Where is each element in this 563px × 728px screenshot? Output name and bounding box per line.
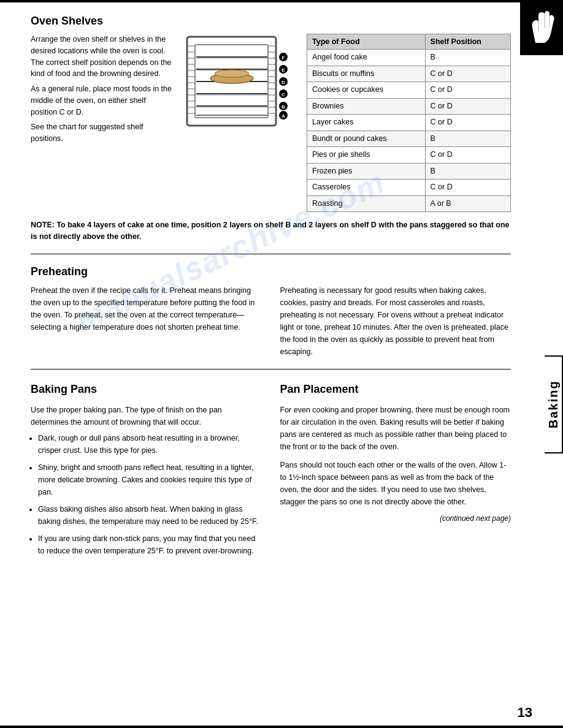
preheating-left: Preheat the oven if the recipe calls for…: [31, 284, 262, 358]
divider-2: [31, 369, 511, 370]
table-cell-food: Bundt or pound cakes: [307, 131, 426, 147]
preheating-title: Preheating: [31, 265, 511, 278]
table-row: Cookies or cupcakesC or D: [307, 82, 511, 99]
table-cell-food: Roasting: [307, 195, 426, 212]
table-cell-position: C or D: [425, 115, 510, 131]
table-row: RoastingA or B: [307, 195, 511, 212]
oven-shelves-title: Oven Shelves: [31, 15, 511, 28]
oven-shelves-note: NOTE: To bake 4 layers of cake at one ti…: [31, 219, 511, 243]
baking-pans-col: Baking Pans Use the proper baking pan. T…: [31, 381, 262, 563]
table-cell-food: Biscuits or muffins: [307, 66, 426, 82]
pan-placement-para1: For even cooking and proper browning, th…: [280, 404, 511, 453]
table-cell-position: B: [425, 50, 510, 66]
svg-text:B: B: [282, 104, 285, 110]
logo-icon: [526, 9, 557, 46]
oven-diagram-container: F E D C B A: [184, 34, 294, 212]
oven-shelves-para2: As a general rule, place most foods in t…: [31, 83, 172, 118]
svg-text:E: E: [282, 67, 285, 73]
table-row: Pies or pie shellsC or D: [307, 147, 511, 164]
preheating-right: Preheating is necessary for good results…: [280, 284, 511, 358]
svg-text:A: A: [282, 113, 285, 119]
food-table: Type of Food Shelf Position Angel food c…: [307, 34, 511, 212]
svg-point-35: [215, 70, 249, 77]
table-cell-position: C or D: [425, 82, 510, 99]
table-row: Bundt or pound cakesB: [307, 131, 511, 147]
baking-bullet: Glass baking dishes also absorb heat. Wh…: [38, 503, 262, 528]
preheating-content: Preheat the oven if the recipe calls for…: [31, 284, 511, 358]
table-cell-food: Angel food cake: [307, 50, 426, 66]
svg-text:C: C: [282, 92, 285, 97]
preheating-right-text: Preheating is necessary for good results…: [280, 284, 511, 358]
table-row: Angel food cakeB: [307, 50, 511, 66]
svg-text:F: F: [282, 55, 285, 61]
pan-placement-para2: Pans should not touch each other or the …: [280, 459, 511, 508]
divider-1: [31, 254, 511, 254]
table-row: Layer cakesC or D: [307, 115, 511, 131]
oven-shelves-para3: See the chart for suggested shelf positi…: [31, 121, 172, 145]
table-header-food: Type of Food: [307, 34, 426, 50]
baking-bullet: If you are using dark non-stick pans, yo…: [38, 533, 262, 557]
svg-text:D: D: [282, 80, 285, 85]
page-number: 13: [518, 705, 532, 721]
table-cell-food: Frozen pies: [307, 163, 426, 180]
baking-pans-list: Dark, rough or dull pans absorb heat res…: [31, 432, 262, 557]
baking-tab: Baking: [545, 355, 563, 453]
note-bold-text: NOTE: To bake 4 layers of cake at one ti…: [31, 221, 510, 241]
table-cell-position: B: [425, 131, 510, 147]
table-row: CasserolesC or D: [307, 180, 511, 196]
table-cell-position: B: [425, 163, 510, 180]
table-cell-position: C or D: [425, 98, 510, 115]
table-row: Biscuits or muffinsC or D: [307, 66, 511, 82]
table-cell-food: Cookies or cupcakes: [307, 82, 426, 99]
logo-corner: [520, 0, 563, 55]
oven-shelves-para1: Arrange the oven shelf or shelves in the…: [31, 34, 172, 80]
baking-pans-title: Baking Pans: [31, 381, 262, 398]
table-row: BrowniesC or D: [307, 98, 511, 115]
table-cell-food: Layer cakes: [307, 115, 426, 131]
oven-shelves-text: Arrange the oven shelf or shelves in the…: [31, 34, 172, 212]
table-cell-position: C or D: [425, 180, 510, 196]
oven-diagram-svg: F E D C B A: [184, 34, 291, 129]
baking-pans-intro: Use the proper baking pan. The type of f…: [31, 404, 262, 428]
table-cell-food: Casseroles: [307, 180, 426, 196]
table-cell-position: C or D: [425, 66, 510, 82]
preheating-section: Preheating Preheat the oven if the recip…: [31, 265, 511, 358]
oven-shelves-section: Oven Shelves Arrange the oven shelf or s…: [31, 15, 511, 243]
table-cell-position: C or D: [425, 147, 510, 164]
bottom-border: [0, 726, 563, 728]
pan-placement-title: Pan Placement: [280, 381, 511, 398]
baking-bullet: Dark, rough or dull pans absorb heat res…: [38, 432, 262, 457]
table-cell-food: Brownies: [307, 98, 426, 115]
baking-bottom-section: Baking Pans Use the proper baking pan. T…: [31, 381, 511, 563]
table-cell-position: A or B: [425, 195, 510, 212]
baking-bullet: Shiny, bright and smooth pans reflect he…: [38, 461, 262, 498]
table-row: Frozen piesB: [307, 163, 511, 180]
continued-text: (continued next page): [280, 513, 511, 525]
table-header-position: Shelf Position: [425, 34, 510, 50]
pan-placement-col: Pan Placement For even cooking and prope…: [280, 381, 511, 563]
table-cell-food: Pies or pie shells: [307, 147, 426, 164]
food-table-container: Type of Food Shelf Position Angel food c…: [307, 34, 511, 212]
preheating-left-text: Preheat the oven if the recipe calls for…: [31, 284, 262, 333]
